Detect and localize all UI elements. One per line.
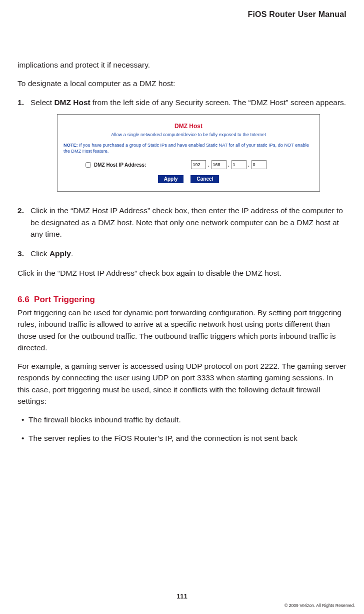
ip-octet-2[interactable] bbox=[212, 160, 226, 169]
dot-icon: . bbox=[228, 161, 230, 169]
section-heading: 6.6 Port Triggering bbox=[18, 293, 346, 306]
section-p2: For example, a gaming server is accessed… bbox=[18, 360, 346, 407]
section-number: 6.6 bbox=[18, 295, 30, 304]
ip-octet-4[interactable] bbox=[252, 160, 266, 169]
section-bullets: The firewall blocks inbound traffic by d… bbox=[18, 414, 346, 444]
bullet-2: The server replies to the FiOS Router’s … bbox=[18, 432, 346, 444]
step-3-post: . bbox=[71, 249, 73, 258]
page-number: 111 bbox=[0, 592, 364, 600]
apply-button[interactable]: Apply bbox=[158, 175, 184, 183]
section-p1: Port triggering can be used for dynamic … bbox=[18, 307, 346, 353]
dmz-note-bold: NOTE: bbox=[64, 143, 78, 148]
section-title: Port Triggering bbox=[34, 295, 95, 304]
step-3-pre: Click bbox=[30, 249, 50, 258]
step-3-bold: Apply bbox=[50, 249, 71, 258]
after-steps-text: Click in the “DMZ Host IP Address” check… bbox=[18, 267, 346, 279]
header-title: FiOS Router User Manual bbox=[18, 10, 346, 19]
dmz-ip-label: DMZ Host IP Address: bbox=[94, 161, 146, 169]
step-1-pre: Select bbox=[30, 98, 54, 107]
step-3: Click Apply. bbox=[18, 248, 346, 259]
dmz-panel-note: NOTE: If you have purchased a group of S… bbox=[64, 143, 314, 155]
dot-icon: . bbox=[207, 161, 210, 169]
dmz-panel-title: DMZ Host bbox=[64, 122, 314, 131]
dmz-button-row: Apply Cancel bbox=[64, 175, 314, 183]
dmz-panel-subtitle: Allow a single networked computer/device… bbox=[64, 132, 314, 139]
dmz-ip-row: DMZ Host IP Address: ... bbox=[64, 159, 314, 175]
dmz-host-checkbox[interactable] bbox=[86, 162, 91, 168]
intro-line-1: implications and protect it if necessary… bbox=[18, 59, 346, 71]
copyright: © 2009 Verizon. All Rights Reserved. bbox=[284, 603, 355, 608]
step-2: Click in the “DMZ Host IP Address” check… bbox=[18, 205, 346, 240]
bullet-1: The firewall blocks inbound traffic by d… bbox=[18, 414, 346, 425]
step-1-post: from the left side of any Security scree… bbox=[90, 98, 346, 107]
dot-icon: . bbox=[248, 161, 250, 169]
dmz-note-text: If you have purchased a group of Static … bbox=[64, 143, 309, 154]
dmz-ip-fields: ... bbox=[191, 160, 266, 169]
step-1: Select DMZ Host from the left side of an… bbox=[18, 97, 346, 192]
ip-octet-3[interactable] bbox=[232, 160, 246, 169]
instruction-steps: Select DMZ Host from the left side of an… bbox=[18, 97, 346, 260]
manual-page: FiOS Router User Manual implications and… bbox=[0, 0, 364, 614]
cancel-button[interactable]: Cancel bbox=[190, 175, 219, 183]
intro-line-2: To designate a local computer as a DMZ h… bbox=[18, 78, 346, 89]
body: implications and protect it if necessary… bbox=[18, 59, 346, 444]
dmz-host-panel: DMZ Host Allow a single networked comput… bbox=[57, 114, 320, 192]
dmz-figure-wrap: DMZ Host Allow a single networked comput… bbox=[30, 114, 346, 192]
ip-octet-1[interactable] bbox=[191, 160, 206, 169]
step-1-bold: DMZ Host bbox=[54, 98, 90, 107]
